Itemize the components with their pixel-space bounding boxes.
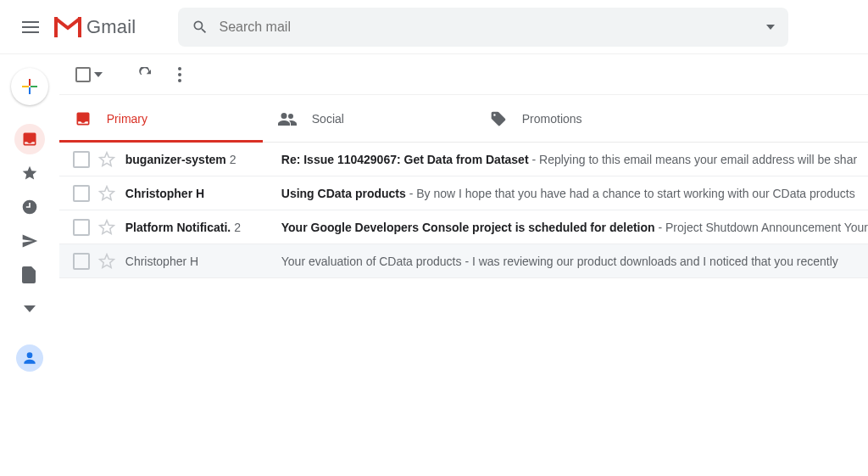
thread-count: 2 (234, 221, 241, 234)
search-bar[interactable] (178, 8, 788, 47)
inbox-icon (21, 131, 38, 148)
email-row[interactable]: buganizer-system2Re: Issue 110429067: Ge… (59, 143, 868, 176)
refresh-icon (138, 67, 153, 82)
row-checkbox[interactable] (73, 253, 90, 270)
search-options-button[interactable] (766, 25, 775, 30)
email-row[interactable]: Christopher HUsing CData products - By n… (59, 176, 868, 210)
category-tabs: Primary Social Promotions (59, 95, 868, 143)
people-icon (278, 112, 297, 126)
svg-rect-3 (29, 79, 31, 86)
tab-social[interactable]: Social (263, 95, 475, 143)
select-all-checkbox[interactable] (73, 64, 105, 85)
svg-rect-2 (78, 17, 81, 37)
search-input[interactable] (219, 20, 766, 35)
file-icon (22, 266, 37, 283)
subject-line: Re: Issue 110429067: Get Data from Datas… (281, 153, 868, 166)
star-icon (21, 165, 38, 182)
app-header: Gmail (0, 0, 868, 54)
star-outline-icon (98, 185, 115, 202)
checkbox-icon (75, 67, 91, 82)
refresh-button[interactable] (129, 58, 163, 92)
send-icon (21, 232, 38, 249)
svg-rect-5 (22, 86, 29, 87)
logo[interactable]: Gmail (54, 16, 136, 38)
subject-line: Your evaluation of CData products - I wa… (281, 255, 868, 268)
nav-starred[interactable] (14, 158, 45, 188)
svg-point-7 (178, 67, 181, 70)
subject-line: Your Google Developers Console project i… (281, 221, 868, 234)
app-name-label: Gmail (86, 16, 136, 38)
row-checkbox[interactable] (73, 185, 90, 202)
tab-label: Promotions (522, 112, 582, 126)
hamburger-icon (22, 21, 39, 33)
star-button[interactable] (98, 151, 115, 168)
caret-down-icon (766, 25, 775, 30)
sender-name: Christopher H (125, 187, 281, 200)
more-vert-icon (178, 67, 181, 82)
compose-button[interactable] (11, 68, 48, 105)
star-outline-icon (98, 151, 115, 168)
email-list: buganizer-system2Re: Issue 110429067: Ge… (59, 143, 868, 278)
gmail-logo-icon (54, 17, 81, 37)
tab-label: Social (312, 112, 344, 126)
email-row[interactable]: Christopher HYour evaluation of CData pr… (59, 244, 868, 278)
nav-sent[interactable] (14, 226, 45, 256)
plus-icon (20, 77, 39, 96)
nav-inbox[interactable] (14, 124, 45, 154)
star-button[interactable] (98, 185, 115, 202)
inbox-icon (75, 110, 92, 127)
star-outline-icon (98, 219, 115, 236)
row-checkbox[interactable] (73, 151, 90, 168)
sender-name: buganizer-system2 (125, 153, 281, 166)
nav-more[interactable] (14, 294, 45, 324)
svg-rect-1 (54, 17, 58, 37)
sender-name: Platform Notificati.2 (125, 221, 281, 234)
nav-drafts[interactable] (14, 260, 45, 290)
person-icon (21, 350, 38, 367)
toolbar (59, 54, 868, 95)
hangouts-contact[interactable] (16, 344, 43, 372)
nav-rail (0, 54, 59, 476)
svg-rect-4 (29, 87, 31, 94)
more-actions-button[interactable] (163, 58, 197, 92)
active-tab-indicator (59, 140, 263, 143)
caret-down-icon (94, 72, 103, 77)
svg-rect-6 (31, 86, 37, 87)
star-button[interactable] (98, 253, 115, 270)
main-menu-button[interactable] (10, 7, 51, 48)
tag-icon (490, 110, 507, 127)
tab-promotions[interactable]: Promotions (475, 95, 687, 143)
tab-label: Primary (107, 112, 147, 126)
subject-line: Using CData products - By now I hope tha… (281, 187, 868, 200)
tab-primary[interactable]: Primary (59, 95, 263, 143)
email-row[interactable]: Platform Notificati.2Your Google Develop… (59, 210, 868, 244)
sender-name: Christopher H (125, 255, 281, 268)
main-pane: Primary Social Promotions buganizer-syst… (59, 54, 868, 476)
svg-point-9 (178, 79, 181, 82)
star-outline-icon (98, 253, 115, 270)
chevron-down-icon (24, 305, 36, 312)
search-icon (192, 19, 209, 36)
svg-point-8 (178, 73, 181, 76)
nav-snoozed[interactable] (14, 192, 45, 222)
clock-icon (21, 199, 38, 216)
star-button[interactable] (98, 219, 115, 236)
row-checkbox[interactable] (73, 219, 90, 236)
thread-count: 2 (230, 153, 236, 166)
